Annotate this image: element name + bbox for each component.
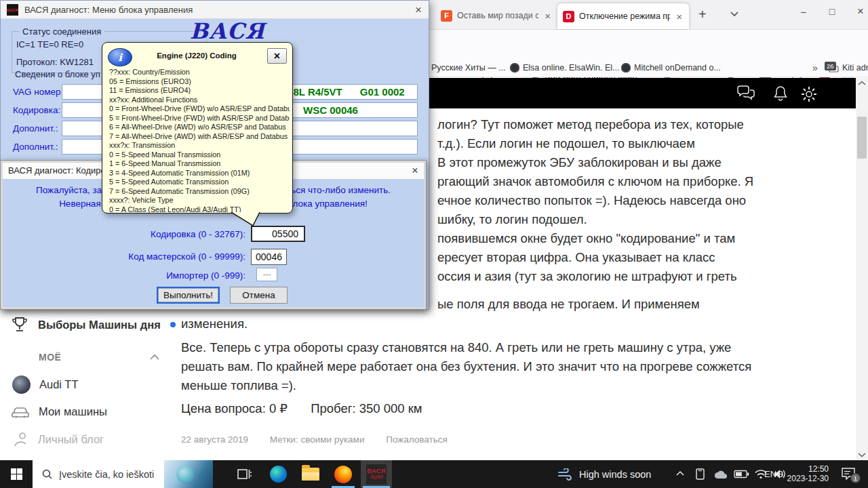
article-line: ечное количество попыток =). Надеюсь нав… xyxy=(437,193,746,208)
sidebar-item-audi-tt[interactable]: Audi TT xyxy=(12,375,78,394)
tab-close-icon[interactable]: × xyxy=(543,10,552,22)
status-protocol: Протокол: KW1281 xyxy=(16,57,94,67)
section-label: МОЁ xyxy=(39,352,61,363)
collapse-chevron-icon[interactable] xyxy=(149,354,160,361)
new-tab-button[interactable]: + xyxy=(698,7,707,22)
tab-video[interactable]: F Оставь мир позади смотр × xyxy=(435,5,557,26)
bookmark-item[interactable]: Elsa online. ElsaWin. El... xyxy=(510,63,619,73)
task-view-button[interactable] xyxy=(231,460,258,488)
vasya-logo: ВАСЯ xyxy=(190,18,265,44)
component-code-value: G01 0002 xyxy=(360,86,405,98)
post-footer: 22 августа 2019 Метки: своими руками Пож… xyxy=(181,434,467,445)
window-close-button[interactable]: × xyxy=(848,0,868,23)
car-avatar xyxy=(12,375,31,394)
bookmarks-overflow-chevron[interactable]: » xyxy=(812,62,818,73)
post-tags-link[interactable]: Метки: своими руками xyxy=(270,434,365,445)
tray-chevron-icon[interactable] xyxy=(675,470,685,476)
help-line: 5 = Front-Wheel-Drive (FWD) with ASR/ESP… xyxy=(109,114,290,123)
scroll-down-icon[interactable] xyxy=(858,452,866,458)
vasya-app-icon: ВАСЯ xyxy=(7,4,18,16)
taskbar: Įveskite čia, ko ieškoti ВАСЯ light High… xyxy=(0,460,868,488)
post-date: 22 августа 2019 xyxy=(181,434,248,445)
edge-taskbar-button[interactable] xyxy=(264,460,292,488)
sidebar-label: Audi TT xyxy=(39,378,78,391)
globe-favicon xyxy=(621,63,631,73)
sidebar-item-personal-blog[interactable]: Личный блог xyxy=(12,431,104,447)
help-line: 7 = 6-Speed Automatic Transmission (09G) xyxy=(109,187,290,197)
weather-widget[interactable]: High winds soon xyxy=(551,460,658,488)
clock-date: 2023-12-30 xyxy=(785,474,829,483)
taskbar-search-box[interactable]: Įveskite čia, ko ieškoti xyxy=(33,460,213,488)
messages-icon[interactable] xyxy=(736,85,757,102)
firefox-icon xyxy=(334,466,352,483)
search-highlight-image[interactable] xyxy=(164,460,213,488)
search-icon xyxy=(42,469,52,479)
article-line: оссия и азия (тут за экологию не штрафую… xyxy=(437,269,737,284)
article-line: ересует вторая цифра. Она указывает на к… xyxy=(437,250,715,265)
tab-list-chevron-icon[interactable] xyxy=(730,11,739,17)
tab-close-icon[interactable]: × xyxy=(675,11,684,22)
balloon-title: Engine (J220) Coding xyxy=(132,52,261,60)
field-label-coding: Кодировка: xyxy=(13,105,60,115)
window-maximize-button[interactable]: □ xyxy=(819,0,845,23)
vasya-icon-subtext: light xyxy=(370,474,383,480)
article-line: появившемся окне будет окно "кодирование… xyxy=(437,231,735,246)
cancel-button[interactable]: Отмена xyxy=(230,287,288,304)
article-line: ые поля для ввода не трогаем. И применяе… xyxy=(437,297,700,312)
page-scrollbar[interactable] xyxy=(856,78,868,460)
bookmark-item[interactable]: Русские Хиты — ... xyxy=(431,63,506,73)
help-line: 11 = Emissions (EURO4) xyxy=(109,86,290,96)
scrollbar-thumb[interactable] xyxy=(857,117,867,159)
article-line: В этот промежуток ЭБУ заблокирован и вы … xyxy=(437,155,722,170)
article-line: логин? Тут поможет метод перебора из тех… xyxy=(437,117,744,132)
field-label-extra1: Дополнит.: xyxy=(13,123,58,134)
edge-icon xyxy=(270,466,287,483)
sidebar-label: Мои машины xyxy=(39,405,107,418)
help-line: xx?xx: Additional Functions xyxy=(109,96,290,105)
language-indicator[interactable]: ENG xyxy=(764,469,783,479)
window-minimize-button[interactable]: – xyxy=(791,0,816,23)
help-line: 5 = 5-Speed Automatic Transmission xyxy=(109,178,290,187)
person-icon xyxy=(12,431,28,447)
vcds-close-icon[interactable]: × xyxy=(409,2,428,18)
clock-widget[interactable]: 12:50 2023-12-30 xyxy=(785,464,829,483)
notifications-bell-icon[interactable] xyxy=(772,85,789,103)
tab-favicon-f: F xyxy=(441,10,452,22)
execute-button[interactable]: Выполнить! xyxy=(157,287,220,304)
battery-icon[interactable] xyxy=(734,470,749,479)
coding-dialog-close-icon[interactable]: × xyxy=(406,163,425,178)
firefox-taskbar-button[interactable] xyxy=(330,460,357,488)
help-line: 1 = 6-Speed Manual Transmission xyxy=(109,159,290,169)
balloon-close-button[interactable]: × xyxy=(267,48,287,64)
settings-gear-icon[interactable] xyxy=(800,85,818,103)
article-line: ргающий значок автомобиля с ключом на пр… xyxy=(437,174,753,189)
action-center-button[interactable]: 1 xyxy=(841,466,856,480)
importer-input: --- xyxy=(256,268,277,281)
workshop-code-input[interactable]: 00046 xyxy=(251,249,287,265)
sidebar-item-my-cars[interactable]: Мои машины xyxy=(11,404,107,419)
start-button[interactable] xyxy=(0,460,33,488)
help-line: 0 = Front-Wheel-Drive (FWD) w/o ASR/ESP … xyxy=(109,104,290,114)
coding-dialog-title: ВАСЯ диагност: Кодиров xyxy=(8,165,111,176)
controller-info-group-label: Сведения о блоке уп xyxy=(15,69,100,79)
report-link[interactable]: Пожаловаться xyxy=(386,434,448,445)
scroll-up-icon[interactable] xyxy=(858,81,866,86)
sidebar-item-car-of-day[interactable]: Выборы Машины дня xyxy=(11,316,176,333)
article-line: шибку, то логин подошел. xyxy=(437,212,587,227)
onedrive-cloud-icon[interactable] xyxy=(713,470,728,479)
vcds-title-bar[interactable]: ВАСЯ ВАСЯ диагност: Меню блока управлени… xyxy=(1,1,429,19)
field-label-extra2: Дополнит.: xyxy=(13,142,58,152)
tab-drive2-active[interactable]: D Отключение режима пр × xyxy=(557,3,689,29)
price-value: Цена вопроса: 0 ₽ xyxy=(181,401,288,415)
device-sync-icon[interactable] xyxy=(694,468,706,481)
balloon-help-text: ??xxx: Country/Emission 05 = Emissions (… xyxy=(109,68,290,214)
trophy-icon xyxy=(11,316,28,333)
coding-help-balloon: i Engine (J220) Coding × ??xxx: Country/… xyxy=(102,42,293,214)
help-line: 3 = 4-Speed Automatic Transmission (01M) xyxy=(109,169,290,178)
coding-input[interactable]: 05500 xyxy=(251,226,305,242)
wind-icon xyxy=(557,468,572,481)
bookmark-item[interactable]: Mitchell onDemand o... xyxy=(621,63,721,73)
status-counters: IC=1 TE=0 RE=0 xyxy=(16,39,83,49)
vasya-taskbar-button[interactable]: ВАСЯ light xyxy=(361,460,392,488)
file-explorer-button[interactable] xyxy=(297,460,324,488)
